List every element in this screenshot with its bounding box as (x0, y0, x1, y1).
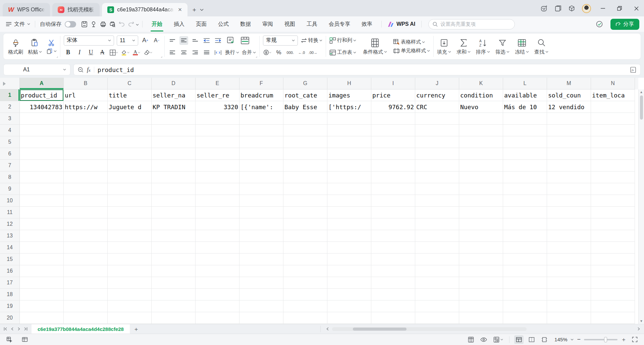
row-header-6[interactable]: 6 (0, 148, 20, 160)
cell-A12[interactable] (20, 218, 64, 230)
minimize-button[interactable] (598, 3, 608, 13)
zoom-out-icon[interactable]: − (577, 336, 581, 343)
cell-E8[interactable] (196, 171, 239, 183)
cell-N8[interactable] (591, 171, 635, 183)
cell-F18[interactable] (239, 289, 283, 300)
format-painter-button[interactable]: 格式刷 (8, 38, 23, 55)
number-format-select[interactable]: 常规 (263, 36, 298, 46)
cell-C5[interactable] (108, 136, 152, 148)
cell-M4[interactable] (547, 125, 591, 136)
cell-E16[interactable] (196, 265, 239, 277)
cell-M17[interactable] (547, 277, 591, 289)
row-header-18[interactable]: 18 (0, 289, 20, 300)
vertical-scroll-thumb[interactable] (640, 95, 643, 120)
cell-I5[interactable] (371, 136, 415, 148)
col-header-B[interactable]: B (64, 78, 108, 89)
cell-I2[interactable]: 9762.92 (371, 101, 415, 113)
cell-A6[interactable] (20, 148, 64, 160)
font-color-button[interactable]: A (132, 48, 141, 57)
prev-sheet-icon[interactable] (9, 327, 15, 331)
cell-H14[interactable] (327, 242, 371, 254)
close-tab-icon[interactable]: ✕ (178, 7, 182, 13)
求和-button[interactable]: 求和 (457, 38, 471, 55)
cell-H8[interactable] (327, 171, 371, 183)
next-sheet-icon[interactable] (15, 327, 22, 331)
select-all-corner[interactable] (0, 78, 20, 89)
cell-G16[interactable] (283, 265, 327, 277)
cell-G12[interactable] (283, 218, 327, 230)
cell-F7[interactable] (239, 160, 283, 171)
file-menu[interactable]: 文件 (13, 21, 32, 28)
sheet-info-icon[interactable] (20, 335, 30, 344)
cell-F3[interactable] (239, 113, 283, 125)
cell-C10[interactable] (108, 195, 152, 207)
cell-E5[interactable] (196, 136, 239, 148)
cell-D3[interactable] (152, 113, 196, 125)
cell-C3[interactable] (108, 113, 152, 125)
填充-button[interactable]: 填充 (437, 38, 451, 55)
cell-L9[interactable] (503, 183, 547, 195)
cell-L20[interactable] (503, 312, 547, 324)
decrease-decimal-icon[interactable]: ←.0 (297, 48, 306, 57)
currency-format-icon[interactable] (263, 48, 272, 57)
cell-B2[interactable]: https://w (64, 101, 108, 113)
cell-G2[interactable]: Baby Esse (283, 101, 327, 113)
cell-A10[interactable] (20, 195, 64, 207)
cell-N9[interactable] (591, 183, 635, 195)
increase-decimal-icon[interactable]: .00→ (309, 48, 317, 57)
scroll-up-icon[interactable]: ▲ (640, 90, 643, 94)
italic-button[interactable]: I (75, 48, 84, 57)
tab-wps-office[interactable]: W WPS Office (3, 3, 50, 16)
app-center-cube-icon[interactable] (568, 5, 575, 12)
cell-L14[interactable] (503, 242, 547, 254)
merge-cells-icon[interactable] (239, 36, 251, 46)
zoom-slider-thumb[interactable] (604, 337, 607, 342)
col-header-G[interactable]: G (283, 78, 327, 89)
cell-G3[interactable] (283, 113, 327, 125)
cell-D19[interactable] (152, 300, 196, 312)
cell-C8[interactable] (108, 171, 152, 183)
cell-M9[interactable] (547, 183, 591, 195)
cell-N13[interactable] (591, 230, 635, 242)
cell-N20[interactable] (591, 312, 635, 324)
cell-I12[interactable] (371, 218, 415, 230)
cell-M5[interactable] (547, 136, 591, 148)
cell-E19[interactable] (196, 300, 239, 312)
align-middle-icon[interactable] (179, 36, 188, 45)
align-center-icon[interactable] (179, 48, 188, 57)
cell-C4[interactable] (108, 125, 152, 136)
cell-K16[interactable] (459, 265, 503, 277)
windows-stack-icon[interactable] (555, 5, 561, 12)
cell-B8[interactable] (64, 171, 108, 183)
cell-E7[interactable] (196, 160, 239, 171)
sheet-tab-active[interactable]: c6e19a377b0844a4aca4d4c288cfe28 (32, 324, 130, 334)
cell-K6[interactable] (459, 148, 503, 160)
col-header-N[interactable]: N (591, 78, 635, 89)
menu-tab-工具[interactable]: 工具 (301, 17, 323, 31)
row-header-5[interactable]: 5 (0, 136, 20, 148)
cell-H1[interactable]: images (327, 89, 371, 101)
comma-format-icon[interactable]: 000, (286, 48, 294, 57)
cell-J11[interactable] (415, 207, 459, 218)
cell-B15[interactable] (64, 254, 108, 265)
cell-B3[interactable] (64, 113, 108, 125)
cell-H9[interactable] (327, 183, 371, 195)
row-header-20[interactable]: 20 (0, 312, 20, 324)
cell-E6[interactable] (196, 148, 239, 160)
row-header-13[interactable]: 13 (0, 230, 20, 242)
cell-N10[interactable] (591, 195, 635, 207)
cell-E14[interactable] (196, 242, 239, 254)
cell-H11[interactable] (327, 207, 371, 218)
cell-J13[interactable] (415, 230, 459, 242)
cell-D13[interactable] (152, 230, 196, 242)
cell-K1[interactable]: condition (459, 89, 503, 101)
cell-G1[interactable]: root_cate (283, 89, 327, 101)
cell-M6[interactable] (547, 148, 591, 160)
cell-C17[interactable] (108, 277, 152, 289)
cell-H5[interactable] (327, 136, 371, 148)
paste-button[interactable]: 粘贴 (28, 38, 42, 55)
cell-E20[interactable] (196, 312, 239, 324)
cell-H20[interactable] (327, 312, 371, 324)
cell-A15[interactable] (20, 254, 64, 265)
cell-D11[interactable] (152, 207, 196, 218)
